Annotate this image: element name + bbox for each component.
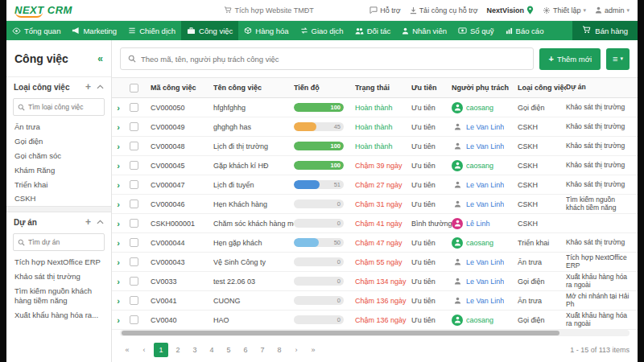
sidebar-project-item[interactable]: Xuất khẩu hàng hóa ra... bbox=[6, 308, 111, 323]
table-row[interactable]: › CV000047 Lịch đi tuyển 51 Chậm 27 ngày… bbox=[112, 175, 638, 195]
sales-button[interactable]: Bán hàng bbox=[572, 21, 638, 40]
sidebar-project-item[interactable]: Tích hợp NextOffice ERP bbox=[6, 255, 111, 269]
task-code[interactable]: CV000043 bbox=[151, 258, 213, 266]
table-row[interactable]: › CV000050 hfghfghhg 100 Hoàn thành Ưu t… bbox=[112, 98, 638, 117]
table-row[interactable]: › CV0033 test 22.06 03 0 Chậm 134 ngày Ư… bbox=[112, 272, 638, 291]
sidebar-item-goi-cham-soc[interactable]: Gọi chăm sóc bbox=[6, 149, 111, 163]
nav-item-chien-dich[interactable]: Chiến dịch bbox=[122, 21, 181, 40]
nav-item-hang-hoa[interactable]: Hàng hóa bbox=[238, 21, 294, 40]
task-code[interactable]: CV000048 bbox=[151, 142, 213, 150]
row-checkbox[interactable] bbox=[130, 219, 138, 228]
download-tools-link[interactable]: Tải công cụ hỗ trợ bbox=[410, 6, 478, 14]
task-name[interactable]: CUONG bbox=[213, 297, 294, 305]
page-number-button[interactable]: 7 bbox=[255, 343, 270, 357]
table-row[interactable]: › CV000046 Hẹn Khách hàng 0 Chậm 31 ngày… bbox=[112, 195, 638, 214]
sidebar-item-kham-rang[interactable]: Khám Răng bbox=[6, 163, 111, 178]
nav-item-bao-cao[interactable]: Báo cáo bbox=[500, 21, 550, 40]
nav-item-nhan-vien[interactable]: Nhân viên bbox=[396, 21, 452, 40]
row-checkbox[interactable] bbox=[130, 277, 138, 286]
col-name[interactable]: Tên công việc bbox=[213, 84, 294, 92]
row-checkbox[interactable] bbox=[130, 122, 138, 131]
task-assignee[interactable]: caosang bbox=[452, 315, 518, 326]
task-code[interactable]: CV0033 bbox=[151, 278, 213, 286]
row-checkbox[interactable] bbox=[130, 315, 138, 324]
scrollbar-thumb[interactable] bbox=[122, 331, 559, 335]
page-number-button[interactable]: 2 bbox=[171, 343, 185, 357]
table-row[interactable]: › CV000044 Hẹn gặp khách 50 Chậm 47 ngày… bbox=[112, 233, 638, 253]
task-code[interactable]: CV000050 bbox=[151, 104, 213, 112]
task-name[interactable]: Lịch đi thị trường bbox=[213, 142, 294, 150]
sidebar-collapse-icon[interactable]: « bbox=[97, 53, 103, 64]
project-search-input[interactable] bbox=[28, 238, 100, 246]
table-row[interactable]: › CV0041 CUONG 0 Chậm 136 ngày Ưu tiên L… bbox=[112, 291, 638, 311]
task-assignee[interactable]: Le Van Linh bbox=[452, 141, 518, 152]
task-assignee[interactable]: Le Van Linh bbox=[452, 199, 518, 210]
nav-item-giao-dich[interactable]: Giao dịch bbox=[295, 21, 349, 40]
task-code[interactable]: CV000045 bbox=[151, 162, 213, 170]
task-name[interactable]: Lịch đi tuyển bbox=[213, 181, 294, 189]
task-name[interactable]: Vệ Sinh Công ty bbox=[213, 258, 294, 266]
row-expand-icon[interactable]: › bbox=[112, 315, 130, 325]
user-menu[interactable]: admin ▾ bbox=[595, 6, 630, 14]
row-expand-icon[interactable]: › bbox=[112, 257, 130, 267]
table-row[interactable]: › CV0040 HAO 0 Chậm 136 ngày Ưu tiên cao… bbox=[112, 311, 638, 330]
col-type[interactable]: Loại công việc bbox=[518, 84, 566, 92]
page-number-button[interactable]: 5 bbox=[221, 343, 236, 357]
task-name[interactable]: test 22.06 03 bbox=[213, 278, 294, 286]
task-assignee[interactable]: caosang bbox=[452, 237, 518, 249]
col-progress[interactable]: Tiến độ bbox=[294, 84, 355, 92]
row-checkbox[interactable] bbox=[130, 296, 138, 305]
row-expand-icon[interactable]: › bbox=[112, 103, 130, 113]
col-status[interactable]: Trạng thái bbox=[355, 84, 411, 92]
table-row[interactable]: › CV000045 Gặp khách kí HĐ 100 Chậm 39 n… bbox=[112, 156, 638, 175]
col-assignee[interactable]: Người phụ trách bbox=[452, 84, 518, 92]
task-code[interactable]: CV000046 bbox=[151, 200, 213, 208]
row-expand-icon[interactable]: › bbox=[112, 277, 130, 286]
task-code[interactable]: CV000049 bbox=[151, 123, 213, 131]
nav-item-doi-tac[interactable]: Đối tác bbox=[349, 21, 397, 40]
task-search-input[interactable] bbox=[141, 55, 526, 64]
row-checkbox[interactable] bbox=[130, 238, 138, 247]
sidebar-project-item[interactable]: Khảo sát thị trường bbox=[6, 269, 111, 284]
table-row[interactable]: › CSKH000001 Chăm sóc khách hàng mới 0 C… bbox=[112, 214, 638, 233]
task-code[interactable]: CV0040 bbox=[151, 316, 213, 324]
row-expand-icon[interactable]: › bbox=[112, 219, 130, 228]
task-assignee[interactable]: Le Van Linh bbox=[452, 276, 518, 287]
add-project-button[interactable]: + bbox=[85, 217, 91, 227]
integration-link[interactable]: Tích hợp Website TMĐT bbox=[167, 6, 369, 14]
task-code[interactable]: CV000044 bbox=[151, 239, 213, 247]
view-options-button[interactable]: ≡▾ bbox=[606, 48, 630, 70]
page-number-button[interactable]: 8 bbox=[272, 343, 287, 357]
chevron-up-icon[interactable] bbox=[97, 84, 104, 89]
horizontal-scrollbar[interactable] bbox=[120, 330, 630, 336]
row-checkbox[interactable] bbox=[130, 180, 138, 189]
add-task-button[interactable]: +Thêm mới bbox=[539, 48, 601, 70]
task-name[interactable]: hfghfghhg bbox=[213, 104, 294, 112]
sidebar-item-cskh[interactable]: CSKH bbox=[6, 191, 111, 206]
nav-item-tong-quan[interactable]: Tổng quan bbox=[6, 21, 66, 40]
task-name[interactable]: Hẹn gặp khách bbox=[213, 239, 294, 247]
page-number-button[interactable]: 4 bbox=[204, 343, 219, 357]
sidebar-item-goi-dien[interactable]: Gọi điện bbox=[6, 134, 111, 149]
logo[interactable]: NEXT CRM bbox=[14, 5, 167, 15]
task-code[interactable]: CV0041 bbox=[151, 297, 213, 305]
task-name[interactable]: ghghgh has bbox=[213, 123, 294, 131]
select-all-checkbox[interactable] bbox=[130, 84, 138, 93]
table-row[interactable]: › CV000049 ghghgh has 45 Hoàn thành Ưu t… bbox=[112, 117, 638, 137]
nav-item-marketing[interactable]: Marketing bbox=[66, 21, 122, 40]
row-expand-icon[interactable]: › bbox=[112, 161, 130, 171]
task-assignee[interactable]: caosang bbox=[452, 102, 518, 113]
task-assignee[interactable]: Le Van Linh bbox=[452, 295, 518, 306]
sidebar-item-an-trua[interactable]: Ăn trưa bbox=[6, 120, 111, 134]
row-expand-icon[interactable]: › bbox=[112, 180, 130, 190]
col-project[interactable]: Dự án bbox=[566, 84, 638, 92]
page-number-button[interactable]: 3 bbox=[188, 343, 202, 357]
nav-item-so-quy[interactable]: Sổ quỹ bbox=[452, 21, 500, 40]
task-assignee[interactable]: Lê Linh bbox=[452, 218, 518, 229]
add-type-button[interactable]: + bbox=[85, 82, 91, 92]
type-search-input[interactable] bbox=[28, 103, 100, 111]
nav-item-cong-viec[interactable]: Công việc bbox=[181, 21, 238, 40]
row-expand-icon[interactable]: › bbox=[112, 122, 130, 132]
col-code[interactable]: Mã công việc bbox=[151, 84, 213, 92]
row-expand-icon[interactable]: › bbox=[112, 142, 130, 151]
